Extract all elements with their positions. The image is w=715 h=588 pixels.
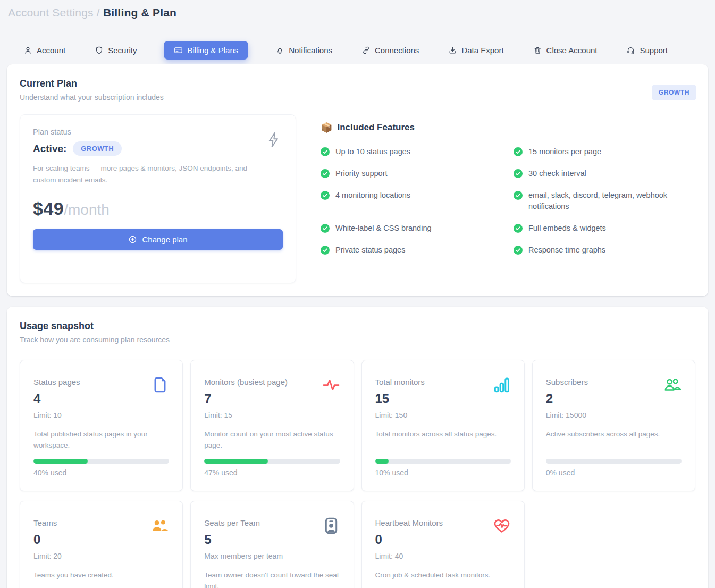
tab-label: Security: [108, 46, 137, 55]
card-value: 5: [204, 532, 340, 547]
feature-item: 4 monitoring locations: [321, 190, 500, 213]
usage-card-total-monitors: Total monitors 15 Limit: 150 Total monit…: [361, 360, 525, 491]
card-percent-used: 40% used: [33, 468, 169, 477]
plan-tier-badge: GROWTH: [652, 85, 696, 100]
bell-icon: [275, 46, 284, 55]
check-circle-icon: [321, 191, 330, 213]
progress-bar: [375, 459, 511, 464]
progress-bar: [546, 459, 682, 464]
id-badge-icon: [323, 517, 340, 534]
card-limit: Limit: 40: [375, 552, 511, 560]
tab-account[interactable]: Account: [21, 41, 68, 60]
breadcrumb-separator: /: [97, 6, 100, 19]
usage-title: Usage snapshot: [20, 321, 695, 332]
heart-pulse-icon: [493, 517, 510, 534]
tab-data-export[interactable]: Data Export: [446, 41, 506, 60]
plan-price: $49: [33, 198, 64, 219]
card-value: 7: [204, 391, 340, 406]
usage-card-subscribers: Subscribers 2 Limit: 15000 Active subscr…: [532, 360, 695, 491]
plan-status-label: Plan status: [33, 128, 283, 136]
tab-label: Notifications: [289, 46, 332, 55]
plan-period: /month: [64, 201, 110, 219]
current-plan-title: Current Plan: [20, 78, 695, 89]
settings-tabs: Account Security Billing & Plans Notific…: [7, 41, 708, 60]
card-percent-used: 47% used: [204, 468, 340, 477]
card-label: Monitors (busiest page): [204, 377, 340, 387]
tab-label: Close Account: [546, 46, 598, 55]
card-description: Active subscribers across all pages.: [546, 429, 682, 451]
features-title: Included Features: [337, 122, 414, 133]
feature-item: Priority support: [321, 168, 500, 180]
card-value: 15: [375, 391, 511, 406]
features-grid: Up to 10 status pages 15 monitors per pa…: [321, 146, 693, 256]
card-description: Monitor count on your most active status…: [204, 429, 340, 451]
breadcrumb: Account Settings / Billing & Plan: [7, 6, 708, 19]
check-circle-icon: [514, 191, 523, 213]
feature-label: Private status pages: [335, 245, 405, 256]
change-plan-button[interactable]: Change plan: [33, 229, 283, 250]
card-limit: Limit: 15000: [546, 411, 682, 419]
user-icon: [23, 46, 32, 55]
card-limit: Limit: 150: [375, 411, 511, 419]
check-circle-icon: [514, 246, 523, 256]
feature-label: 4 monitoring locations: [335, 190, 410, 213]
usage-card-status-pages: Status pages 4 Limit: 10 Total published…: [20, 360, 183, 491]
users-icon: [664, 376, 681, 393]
usage-snapshot-panel: Usage snapshot Track how you are consumi…: [7, 307, 708, 588]
users-filled-icon: [152, 517, 169, 534]
card-label: Subscribers: [546, 377, 682, 387]
breadcrumb-current: Billing & Plan: [103, 6, 176, 19]
feature-item: 30 check interval: [514, 168, 693, 180]
shield-icon: [95, 46, 104, 55]
card-description: Teams you have created.: [33, 570, 169, 581]
card-percent-used: 0% used: [546, 468, 682, 477]
plan-status-value: Active:: [33, 143, 66, 155]
usage-subtitle: Track how you are consuming plan resourc…: [20, 335, 695, 344]
card-description: Team owner doesn't count toward the seat…: [204, 570, 340, 588]
feature-item: Private status pages: [321, 245, 500, 256]
usage-grid: Status pages 4 Limit: 10 Total published…: [20, 360, 695, 588]
tab-notifications[interactable]: Notifications: [273, 41, 334, 60]
activity-icon: [323, 376, 340, 393]
tab-billing-plans[interactable]: Billing & Plans: [164, 41, 248, 60]
card-limit: Limit: 20: [33, 552, 169, 560]
card-label: Heartbeat Monitors: [375, 518, 511, 527]
tab-label: Account: [37, 46, 65, 55]
trash-icon: [533, 46, 542, 55]
package-icon: 📦: [321, 122, 332, 133]
card-limit: Limit: 15: [204, 411, 340, 419]
feature-item: Up to 10 status pages: [321, 146, 500, 158]
arrow-up-circle-icon: [128, 235, 137, 244]
feature-item: Response time graphs: [514, 245, 693, 256]
usage-card-teams: Teams 0 Limit: 20 Teams you have created…: [20, 501, 183, 588]
plan-description: For scaling teams — more pages & monitor…: [33, 163, 256, 186]
current-plan-panel: Current Plan Understand what your subscr…: [7, 64, 708, 296]
credit-card-icon: [174, 46, 183, 55]
breadcrumb-parent[interactable]: Account Settings: [8, 6, 94, 19]
tab-security[interactable]: Security: [92, 41, 139, 60]
bar-chart-icon: [493, 376, 510, 393]
link-icon: [361, 46, 371, 55]
card-limit: Limit: 10: [33, 411, 169, 419]
usage-card-monitors-busiest: Monitors (busiest page) 7 Limit: 15 Moni…: [190, 360, 354, 491]
check-circle-icon: [321, 246, 330, 256]
card-percent-used: 10% used: [375, 468, 511, 477]
feature-label: Response time graphs: [528, 245, 605, 256]
feature-label: Full embeds & widgets: [528, 223, 606, 234]
tab-label: Support: [640, 46, 668, 55]
tab-label: Data Export: [461, 46, 503, 55]
tab-label: Connections: [375, 46, 419, 55]
tab-support[interactable]: Support: [624, 41, 670, 60]
tab-connections[interactable]: Connections: [359, 41, 421, 60]
tab-close-account[interactable]: Close Account: [531, 41, 600, 60]
card-label: Seats per Team: [204, 518, 340, 527]
feature-label: email, slack, discord, telegram, webhook…: [528, 190, 693, 213]
check-circle-icon: [321, 169, 330, 180]
card-value: 0: [375, 532, 511, 547]
card-description: Total published status pages in your wor…: [33, 429, 169, 451]
feature-label: 15 monitors per page: [528, 146, 601, 158]
plan-status-card: Plan status Active: GROWTH For scaling t…: [20, 114, 296, 283]
card-value: 4: [33, 391, 169, 406]
included-features: 📦 Included Features Up to 10 status page…: [321, 114, 695, 256]
file-icon: [152, 376, 169, 393]
